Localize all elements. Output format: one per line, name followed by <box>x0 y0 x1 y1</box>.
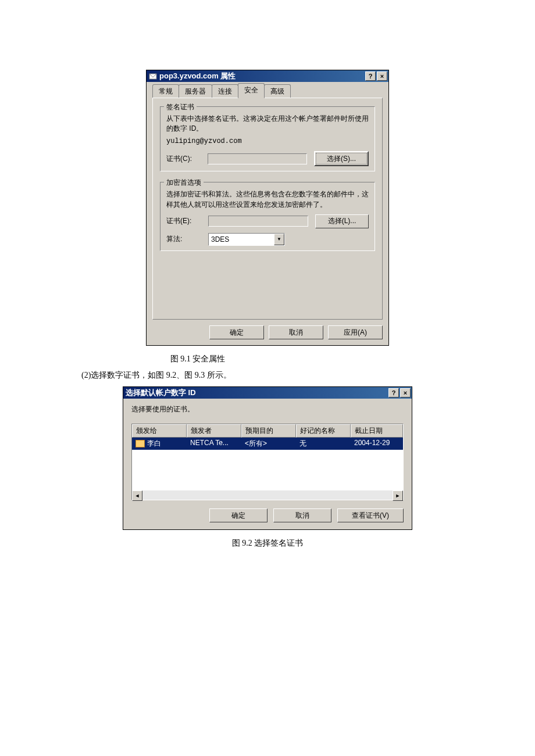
title-bar-2: 选择默认帐户数字 ID ? × <box>123 387 412 399</box>
scroll-left-icon[interactable]: ◄ <box>132 490 142 501</box>
close-button-2[interactable]: × <box>400 388 411 397</box>
encrypt-select-button[interactable]: 选择(L)... <box>315 214 369 228</box>
list-header-row: 颁发给 颁发者 预期目的 好记的名称 截止日期 <box>132 424 403 438</box>
figure-caption-2: 图 9.2 选择签名证书 <box>0 538 535 549</box>
apply-button[interactable]: 应用(A) <box>328 325 383 339</box>
tab-servers[interactable]: 服务器 <box>179 84 212 98</box>
tab-security[interactable]: 安全 <box>238 83 265 98</box>
table-row[interactable]: 李白 NETCA Te... <所有> 无 2004-12-29 <box>132 438 403 450</box>
view-cert-button[interactable]: 查看证书(V) <box>337 508 404 522</box>
app-icon <box>149 72 157 80</box>
body-text-step2: (2)选择数字证书，如图 9.2、图 9.3 所示。 <box>81 370 535 381</box>
tab-panel-security: 签名证书 从下表中选择签名证书。这将决定在用这个帐户签署邮件时所使用的数字 ID… <box>152 98 383 320</box>
encrypt-pref-desc: 选择加密证书和算法。这些信息将包含在您数字签名的邮件中，这样其他人就可以用这些设… <box>166 189 369 210</box>
scroll-right-icon[interactable]: ► <box>393 490 403 501</box>
figure-caption-1: 图 9.1 安全属性 <box>0 354 535 364</box>
algorithm-select[interactable]: 3DES ▼ <box>208 233 285 246</box>
tab-general[interactable]: 常规 <box>152 84 179 98</box>
tab-connection[interactable]: 连接 <box>212 84 238 98</box>
col-expiry[interactable]: 截止日期 <box>351 424 403 438</box>
dialog-title-2: 选择默认帐户数字 ID <box>126 388 387 398</box>
select-cert-prompt: 选择要使用的证书。 <box>131 404 404 414</box>
properties-dialog: pop3.yzvod.com 属性 ? × 常规 服务器 连接 安全 高级 <box>146 70 389 346</box>
help-button-2[interactable]: ? <box>388 388 399 397</box>
col-issuer[interactable]: 颁发者 <box>187 424 241 438</box>
select-digitalid-dialog: 选择默认帐户数字 ID ? × 选择要使用的证书。 颁发给 颁发者 预期目的 好… <box>123 386 412 530</box>
signing-cert-desc: 从下表中选择签名证书。这将决定在用这个帐户签署邮件时所使用的数字 ID。 <box>166 114 369 134</box>
cell-issued-to: 李白 <box>132 438 187 450</box>
algorithm-value: 3DES <box>209 235 274 243</box>
encrypt-pref-group: 加密首选项 选择加密证书和算法。这些信息将包含在您数字签名的邮件中，这样其他人就… <box>160 182 375 251</box>
cell-issuer: NETCA Te... <box>187 438 241 450</box>
certificate-list[interactable]: 颁发给 颁发者 预期目的 好记的名称 截止日期 李白 NETCA Te... <… <box>131 424 404 500</box>
account-email: yuliping@yzvod.com <box>166 137 369 146</box>
algorithm-label: 算法: <box>166 234 208 244</box>
cell-friendly: 无 <box>296 438 351 450</box>
title-bar: pop3.yzvod.com 属性 ? × <box>147 70 388 82</box>
chevron-down-icon: ▼ <box>274 234 284 245</box>
cancel-button-2[interactable]: 取消 <box>273 508 331 522</box>
signing-select-button[interactable]: 选择(S)... <box>314 151 369 166</box>
tab-strip: 常规 服务器 连接 安全 高级 <box>152 85 383 98</box>
signing-cert-label: 证书(C): <box>166 154 208 164</box>
cert-icon <box>135 440 145 447</box>
cell-expiry: 2004-12-29 <box>351 438 403 450</box>
col-friendly[interactable]: 好记的名称 <box>296 424 351 438</box>
signing-cert-field <box>208 153 307 164</box>
ok-button[interactable]: 确定 <box>209 325 264 339</box>
cell-purpose: <所有> <box>241 438 296 450</box>
close-button[interactable]: × <box>377 71 387 81</box>
col-purpose[interactable]: 预期目的 <box>241 424 296 438</box>
horizontal-scrollbar[interactable]: ◄ ► <box>132 490 403 500</box>
cancel-button[interactable]: 取消 <box>269 325 323 339</box>
col-issued-to[interactable]: 颁发给 <box>132 424 187 438</box>
signing-cert-legend: 签名证书 <box>164 102 197 112</box>
help-button[interactable]: ? <box>365 71 376 81</box>
ok-button-2[interactable]: 确定 <box>209 508 268 522</box>
signing-cert-group: 签名证书 从下表中选择签名证书。这将决定在用这个帐户签署邮件时所使用的数字 ID… <box>160 106 375 171</box>
tab-advanced[interactable]: 高级 <box>264 84 291 98</box>
encrypt-cert-field <box>208 216 308 227</box>
encrypt-pref-legend: 加密首选项 <box>164 178 204 188</box>
encrypt-cert-label: 证书(E): <box>166 216 208 226</box>
dialog-title: pop3.yzvod.com 属性 <box>159 71 364 81</box>
